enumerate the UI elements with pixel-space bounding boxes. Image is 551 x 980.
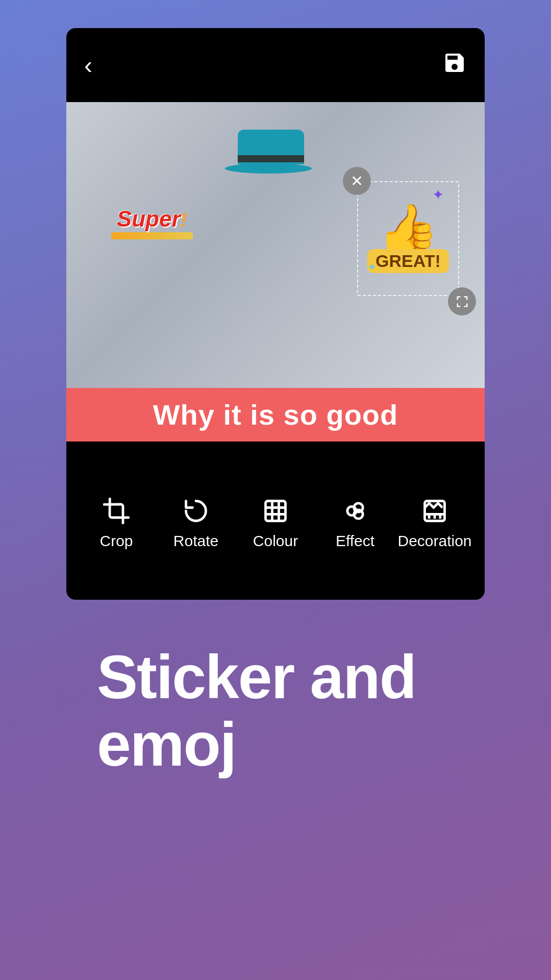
phone-container: ‹ Super !: [66, 28, 485, 778]
toolbar-area: Crop Rotate: [66, 442, 485, 600]
photo-background: Super ! ✕ ✦ ✦ 👍 GREAT!: [66, 102, 485, 388]
crop-tool[interactable]: Crop: [81, 497, 152, 550]
image-area: Super ! ✕ ✦ ✦ 👍 GREAT!: [66, 102, 485, 388]
bottom-text-area: Sticker and emoj: [66, 600, 485, 778]
sparkle2-icon: ✦: [367, 261, 377, 274]
svg-rect-0: [266, 501, 286, 521]
red-banner: Why it is so good: [66, 388, 485, 442]
great-label: GREAT!: [367, 249, 449, 273]
colour-tool[interactable]: Colour: [240, 497, 311, 550]
colour-label: Colour: [253, 532, 298, 550]
super-exclaim: !: [181, 209, 187, 231]
decoration-tool[interactable]: Decoration: [399, 497, 470, 550]
save-button[interactable]: [442, 51, 467, 80]
great-sticker-container[interactable]: ✕ ✦ ✦ 👍 GREAT!: [357, 181, 462, 301]
super-text: Super: [117, 208, 181, 230]
toolbar-row: Crop Rotate: [66, 482, 485, 560]
sticker-heading: Sticker and emoj: [97, 643, 454, 778]
rotate-icon: [182, 497, 210, 525]
banner-text: Why it is so good: [153, 398, 398, 431]
effect-icon: [341, 497, 369, 525]
sparkle-icon: ✦: [432, 186, 444, 203]
super-sticker[interactable]: Super !: [107, 199, 196, 248]
colour-icon: [262, 497, 290, 525]
sticker-resize-button[interactable]: [448, 287, 476, 315]
decoration-icon: [421, 497, 449, 525]
crop-label: Crop: [99, 532, 133, 550]
decoration-label: Decoration: [397, 532, 471, 550]
effect-tool[interactable]: Effect: [319, 497, 391, 550]
effect-label: Effect: [336, 532, 374, 550]
great-sticker: ✦ ✦ 👍 GREAT!: [365, 189, 452, 288]
super-underline: [111, 232, 193, 239]
rotate-label: Rotate: [173, 532, 218, 550]
top-bar: ‹: [66, 28, 485, 102]
back-button[interactable]: ‹: [84, 51, 92, 79]
thumbs-up-emoji: 👍: [378, 205, 439, 253]
crop-icon: [103, 497, 131, 525]
hat-sticker: [233, 128, 304, 174]
rotate-tool[interactable]: Rotate: [160, 497, 232, 550]
